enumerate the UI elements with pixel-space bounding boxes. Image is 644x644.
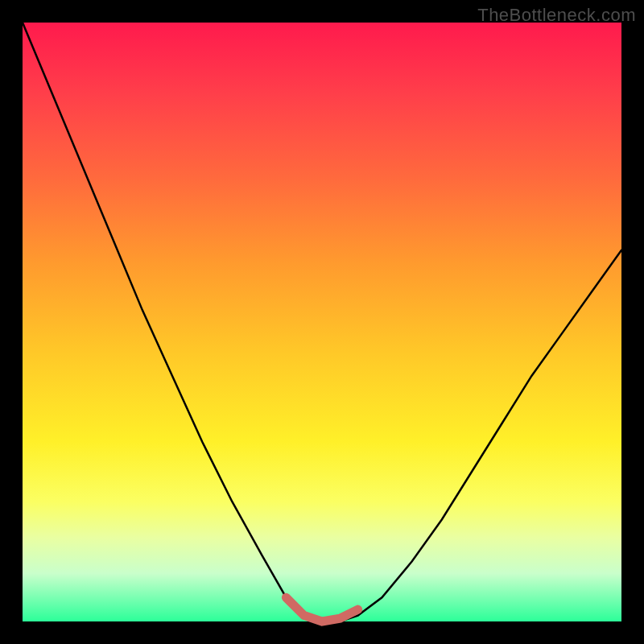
valley-highlight (286, 597, 357, 621)
chart-svg (23, 23, 621, 621)
bottleneck-curve (23, 23, 621, 621)
chart-plot-area (23, 23, 621, 621)
watermark-text: TheBottleneck.com (477, 5, 636, 26)
chart-frame: TheBottleneck.com (0, 0, 644, 644)
